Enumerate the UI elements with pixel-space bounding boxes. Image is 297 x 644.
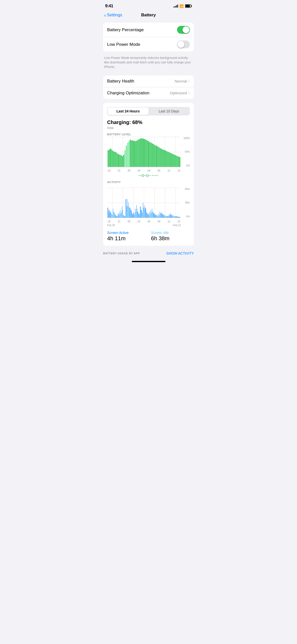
- battery-bar-13: [124, 150, 125, 167]
- active-bar-16: [129, 203, 129, 218]
- screen-idle-legend: Screen Idle: [151, 231, 190, 235]
- active-bar-51: [174, 216, 175, 218]
- active-bar-4: [113, 209, 113, 218]
- chevron-right-icon: >: [188, 79, 190, 83]
- segment-24hours[interactable]: Last 24 Hours: [108, 107, 149, 115]
- battery-health-row[interactable]: Battery Health Normal >: [103, 75, 194, 87]
- activity-group-2: [110, 188, 111, 218]
- active-bar-27: [143, 203, 143, 218]
- activity-group-10: [121, 188, 122, 218]
- active-bar-36: [154, 214, 155, 218]
- charging-optimization-row[interactable]: Charging Optimization Optimized >: [103, 87, 194, 99]
- idle-bar-28: [145, 209, 145, 218]
- active-bar-18: [131, 210, 132, 218]
- chart-card: Last 24 Hours Last 10 Days Charging: 68%…: [103, 103, 194, 246]
- low-power-mode-toggle[interactable]: [177, 41, 190, 48]
- idle-bar-36: [155, 215, 156, 218]
- idle-bar-37: [156, 216, 157, 218]
- idle-bar-48: [171, 215, 171, 218]
- y-label-100: 100%: [183, 137, 190, 140]
- activity-group-38: [157, 188, 158, 218]
- battery-percentage-toggle[interactable]: [177, 26, 190, 34]
- act-x-21: 21: [118, 220, 120, 223]
- idle-bar-19: [133, 215, 134, 218]
- activity-group-35: [153, 188, 154, 218]
- back-label: Settings: [107, 13, 122, 18]
- time-segmented-control[interactable]: Last 24 Hours Last 10 Days: [107, 107, 190, 115]
- idle-bar-42: [163, 215, 163, 218]
- x-label-18: 18: [108, 169, 110, 172]
- idle-bar-33: [151, 213, 152, 218]
- battery-health-value-container: Normal >: [175, 79, 190, 83]
- battery-bars-area: [107, 137, 181, 167]
- idle-bar-2: [111, 214, 111, 218]
- activity-group-43: [163, 188, 164, 218]
- active-bar-52: [175, 216, 176, 218]
- wifi-icon: 📶: [180, 4, 184, 8]
- idle-bar-29: [146, 211, 147, 218]
- activity-group-30: [147, 188, 148, 218]
- stats-row: Screen Active 4h 11m Screen Idle 6h 38m: [107, 227, 190, 246]
- battery-level-chart: 100% 50% 0% 18 21 00 03 06 09 12 15: [107, 137, 190, 172]
- segment-10days[interactable]: Last 10 Days: [149, 107, 190, 115]
- svg-rect-1: [191, 5, 192, 7]
- activity-group-9: [119, 188, 120, 218]
- y-label-50: 50%: [185, 150, 190, 153]
- svg-rect-4: [142, 175, 144, 177]
- idle-bar-45: [167, 216, 167, 218]
- activity-group-15: [127, 188, 128, 218]
- battery-bar-23: [138, 140, 139, 167]
- back-button[interactable]: ‹ Settings: [104, 13, 122, 18]
- active-bar-13: [124, 216, 125, 218]
- active-bar-1: [109, 210, 109, 218]
- x-label-03: 03: [138, 169, 140, 172]
- battery-bar-45: [166, 151, 167, 167]
- activity-group-27: [143, 188, 144, 218]
- idle-bar-18: [132, 213, 132, 218]
- active-bar-43: [163, 215, 164, 218]
- date-label-feb20: Feb 20: [107, 224, 115, 227]
- x-label-00: 00: [128, 169, 130, 172]
- screen-active-legend: Screen Active: [107, 231, 146, 235]
- active-bar-29: [145, 208, 146, 218]
- idle-bar-21: [136, 212, 136, 218]
- idle-bar-1: [110, 213, 110, 218]
- active-bar-48: [170, 214, 171, 218]
- battery-bar-48: [170, 153, 171, 167]
- activity-group-13: [124, 188, 125, 218]
- active-bar-9: [119, 212, 120, 218]
- activity-y-axis: 60m 30m 0m: [181, 188, 190, 218]
- activity-group-52: [175, 188, 176, 218]
- active-bar-37: [156, 215, 156, 218]
- idle-bar-46: [168, 217, 169, 218]
- active-bar-41: [161, 213, 161, 218]
- activity-group-20: [134, 188, 135, 218]
- battery-bar-16: [129, 141, 130, 167]
- battery-bar-41: [161, 149, 162, 167]
- battery-x-axis: 18 21 00 03 06 09 12 15: [107, 169, 181, 172]
- date-label-feb21: Feb 21: [173, 224, 181, 227]
- battery-bar-30: [147, 140, 148, 167]
- activity-group-25: [140, 188, 141, 218]
- idle-bar-14: [126, 206, 127, 218]
- activity-group-0: [108, 188, 109, 218]
- act-x-15: 15: [178, 220, 180, 223]
- idle-bar-15: [128, 206, 128, 217]
- active-bar-32: [149, 212, 150, 218]
- battery-bar-40: [160, 148, 161, 167]
- activity-x-axis: 18 21 00 03 06 09 12 15: [107, 220, 181, 223]
- usage-title: BATTERY USAGE BY APP: [103, 252, 140, 255]
- date-labels-row: Feb 20 Feb 21: [107, 223, 181, 227]
- low-power-mode-row[interactable]: Low Power Mode: [103, 37, 194, 52]
- active-bar-25: [140, 207, 141, 218]
- act-x-12: 12: [167, 220, 170, 223]
- battery-percentage-row[interactable]: Battery Percentage: [103, 23, 194, 37]
- idle-bar-20: [134, 215, 135, 218]
- active-bar-2: [110, 212, 111, 218]
- battery-bar-46: [167, 152, 168, 167]
- show-activity-button[interactable]: SHOW ACTIVITY: [166, 251, 194, 255]
- battery-bar-37: [156, 146, 157, 167]
- activity-group-26: [141, 188, 142, 218]
- idle-bar-41: [162, 214, 162, 218]
- battery-bar-18: [131, 140, 132, 167]
